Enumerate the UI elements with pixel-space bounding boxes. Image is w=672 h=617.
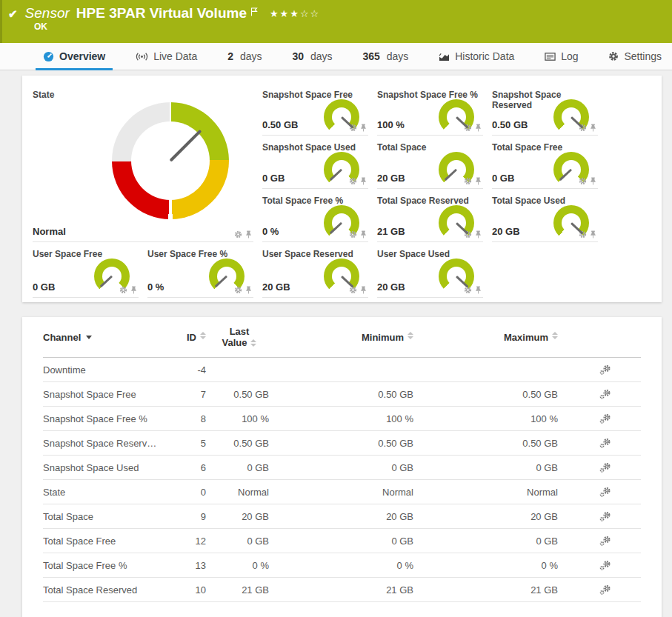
tab-2-days[interactable]: 2 days xyxy=(220,43,269,70)
gauge-panel[interactable]: Snapshot Space Used 0 GB xyxy=(262,136,368,189)
cell-maximum: 0 % xyxy=(425,560,569,571)
tab-historic-data[interactable]: Historic Data xyxy=(431,43,522,70)
gauge-needle xyxy=(330,222,342,234)
cell-channel: Total Space Free % xyxy=(43,560,165,571)
gear-icon[interactable] xyxy=(464,177,472,185)
cell-minimum: 0.50 GB xyxy=(280,389,425,400)
channel-table-card: Channel ID Last Value Minimum Maximum Do… xyxy=(22,317,662,617)
table-row: Snapshot Space Free % 8 100 % 100 % 100 … xyxy=(43,407,641,431)
channel-settings-icon[interactable] xyxy=(599,364,611,375)
gear-icon[interactable] xyxy=(349,286,357,294)
tab-log[interactable]: Log xyxy=(537,43,585,70)
gauge-title: User Space Reserved xyxy=(262,242,368,259)
gauge-value: 0.50 GB xyxy=(262,119,298,130)
cell-last-value: 0.50 GB xyxy=(206,438,280,449)
channel-settings-icon[interactable] xyxy=(599,584,611,595)
channel-settings-icon[interactable] xyxy=(599,389,611,399)
pin-icon[interactable] xyxy=(360,177,367,185)
gauge-title: Snapshot Space Free % xyxy=(377,83,483,100)
state-donut-gauge xyxy=(112,102,229,219)
pin-icon[interactable] xyxy=(475,230,482,239)
tab-365-days[interactable]: 365 days xyxy=(355,43,416,70)
pin-icon[interactable] xyxy=(245,230,252,239)
column-header-minimum[interactable]: Minimum xyxy=(280,332,425,343)
channel-settings-icon[interactable] xyxy=(599,438,611,448)
pin-icon[interactable] xyxy=(130,286,137,294)
pin-icon[interactable] xyxy=(590,230,596,239)
gauge-panel[interactable]: Total Space Free % 0 % xyxy=(262,189,368,242)
gauge-icon xyxy=(43,51,54,62)
pin-icon[interactable] xyxy=(475,177,482,185)
gear-icon[interactable] xyxy=(119,286,127,294)
pin-icon[interactable] xyxy=(475,286,482,294)
gauge-needle xyxy=(570,116,583,128)
priority-flag-icon[interactable] xyxy=(250,6,258,19)
tab-number: 2 xyxy=(227,50,233,62)
pin-icon[interactable] xyxy=(360,230,367,239)
cell-last-value: 100 % xyxy=(206,413,280,424)
gauge-panel[interactable]: User Space Free 0 GB xyxy=(33,242,139,298)
tab-overview[interactable]: Overview xyxy=(36,43,113,70)
gauge-panel[interactable]: User Space Used 20 GB xyxy=(377,242,483,298)
cell-maximum: 21 GB xyxy=(425,584,569,596)
gauge-panel[interactable]: Snapshot Space Free 0.50 GB xyxy=(262,83,368,136)
table-row: Snapshot Space Free 7 0.50 GB 0.50 GB 0.… xyxy=(43,382,641,407)
channel-settings-icon[interactable] xyxy=(599,413,611,424)
gauge-panel[interactable]: Total Space Free 0 GB xyxy=(492,136,598,189)
gear-icon[interactable] xyxy=(579,177,587,185)
cell-channel: Snapshot Space Reserv… xyxy=(43,438,165,449)
pin-icon[interactable] xyxy=(590,177,596,185)
channel-settings-icon[interactable] xyxy=(599,487,611,497)
gear-icon[interactable] xyxy=(349,230,357,239)
cell-minimum: 0 GB xyxy=(280,536,425,547)
pin-icon[interactable] xyxy=(245,286,252,294)
state-gauge-panel[interactable]: State Normal xyxy=(33,83,253,242)
table-row: Snapshot Space Reserv… 5 0.50 GB 0.50 GB… xyxy=(43,431,641,456)
gear-icon[interactable] xyxy=(234,230,242,239)
tab-number: 30 xyxy=(292,50,304,62)
column-header-last-value[interactable]: Last Value xyxy=(206,326,280,348)
gauge-value: 20 GB xyxy=(377,281,405,293)
priority-stars[interactable]: ★★★☆☆ xyxy=(270,8,320,19)
tab-live-data[interactable]: Live Data xyxy=(128,43,204,70)
pin-icon[interactable] xyxy=(360,286,367,294)
cell-id: 9 xyxy=(165,511,206,522)
gauge-value: 20 GB xyxy=(377,173,405,184)
gauge-panel[interactable]: Total Space Reserved 21 GB xyxy=(377,189,483,242)
gauge-panel[interactable]: Snapshot Space Reserved 0.50 GB xyxy=(492,83,598,136)
column-header-maximum[interactable]: Maximum xyxy=(425,332,569,343)
table-header-row: Channel ID Last Value Minimum Maximum xyxy=(43,317,641,358)
gauge-needle xyxy=(456,276,468,287)
cell-minimum: 0 GB xyxy=(280,462,425,473)
cell-last-value: 0.50 GB xyxy=(206,389,280,400)
gauge-panel[interactable]: User Space Reserved 20 GB xyxy=(262,242,368,298)
channel-settings-icon[interactable] xyxy=(599,511,611,521)
column-header-id[interactable]: ID xyxy=(165,332,206,343)
table-row: State 0 Normal Normal Normal xyxy=(43,480,641,504)
pin-icon[interactable] xyxy=(360,124,367,132)
table-body: Downtime -4 Snapshot Space Free 7 0.50 G… xyxy=(43,358,641,602)
cell-id: 8 xyxy=(165,413,206,424)
gear-icon[interactable] xyxy=(464,286,472,294)
gauge-panel[interactable]: Total Space 20 GB xyxy=(377,136,483,189)
pin-icon[interactable] xyxy=(590,124,596,132)
gauge-title: Total Space Reserved xyxy=(377,189,483,206)
gear-icon[interactable] xyxy=(234,286,242,294)
gauge-value: 0.50 GB xyxy=(492,119,528,130)
column-header-channel[interactable]: Channel xyxy=(43,332,165,343)
area-chart-icon xyxy=(439,52,450,61)
status-check-icon: ✔ xyxy=(8,7,18,21)
channel-settings-icon[interactable] xyxy=(599,560,611,570)
tab-label: days xyxy=(387,50,409,62)
pin-icon[interactable] xyxy=(475,124,482,132)
cell-last-value: 20 GB xyxy=(206,511,280,522)
channel-settings-icon[interactable] xyxy=(599,462,611,473)
gauge-panel[interactable]: Total Space Used 20 GB xyxy=(492,189,598,242)
tab-settings[interactable]: Settings xyxy=(601,43,669,70)
channel-settings-icon[interactable] xyxy=(599,536,611,546)
cell-id: 7 xyxy=(165,389,206,400)
gauge-panel[interactable]: User Space Free % 0 % xyxy=(147,242,253,298)
gear-icon[interactable] xyxy=(349,177,357,185)
tab-30-days[interactable]: 30 days xyxy=(285,43,339,70)
gauge-panel[interactable]: Snapshot Space Free % 100 % xyxy=(377,83,483,136)
